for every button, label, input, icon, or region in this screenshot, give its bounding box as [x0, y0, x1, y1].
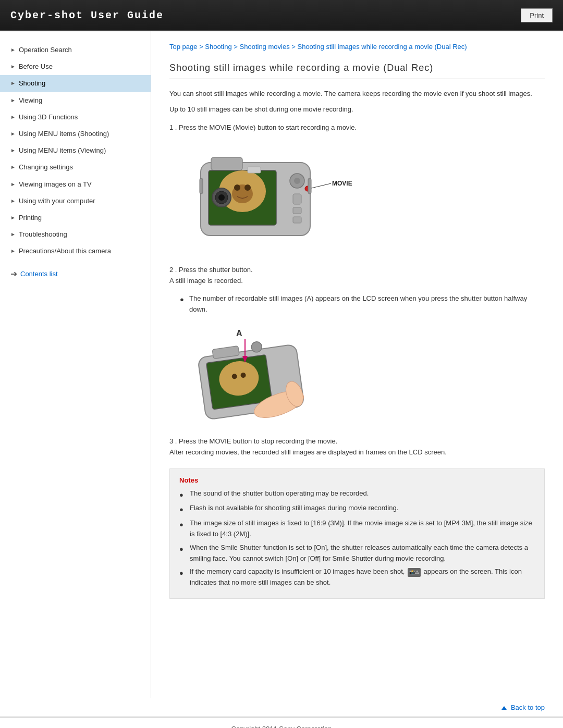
sidebar-item-label: Changing settings — [19, 163, 73, 172]
arrow-icon: ► — [10, 198, 16, 205]
header: Cyber-shot User Guide Print — [0, 0, 563, 31]
svg-rect-22 — [248, 167, 261, 173]
step-2-text: 2 . Press the shutter button. — [169, 266, 253, 274]
note-bullet-3: ● — [179, 520, 187, 530]
step-2-sub: A still image is recorded. — [169, 277, 243, 285]
note-bullet-4: ● — [179, 544, 187, 555]
arrow-icon: ► — [10, 214, 16, 221]
note-text-1: The sound of the shutter button operatin… — [190, 488, 369, 499]
svg-point-7 — [234, 184, 240, 191]
page-title: Shooting still images while recording a … — [169, 63, 545, 79]
svg-rect-13 — [293, 217, 301, 223]
footer: Copyright 2011 Sony Corporation — [0, 717, 563, 728]
bullet-text: The number of recordable still images (A… — [189, 293, 545, 315]
sidebar-item-troubleshooting[interactable]: ► Troubleshooting — [0, 226, 151, 243]
note-bullet-2: ● — [179, 504, 187, 515]
sidebar-item-label: Precautions/About this camera — [19, 246, 111, 256]
step-1-text: 1 . Press the MOVIE (Movie) button to st… — [169, 124, 357, 131]
sidebar-item-operation-search[interactable]: ► Operation Search — [0, 42, 151, 58]
camera-diagram-1: MOVIE — [185, 142, 352, 256]
breadcrumb-sep1: > — [199, 43, 205, 51]
note-item-5: ● If the memory card capacity is insuffi… — [179, 566, 535, 588]
sidebar-item-label: Printing — [19, 213, 42, 223]
back-to-top-link[interactable]: Back to top — [501, 704, 545, 711]
sidebar-item-label: Shooting — [19, 79, 45, 88]
print-button[interactable]: Print — [521, 8, 553, 22]
camera-image-1: MOVIE — [185, 142, 545, 256]
sidebar-item-viewing[interactable]: ► Viewing — [0, 92, 151, 109]
sidebar-item-label: Before Use — [19, 62, 53, 71]
memory-icon: 📸⚠ — [408, 568, 421, 576]
sidebar-item-precautions[interactable]: ► Precautions/About this camera — [0, 243, 151, 260]
svg-rect-20 — [200, 178, 203, 194]
breadcrumb-shooting[interactable]: Shooting — [205, 43, 231, 51]
sidebar-item-viewing-tv[interactable]: ► Viewing images on a TV — [0, 176, 151, 193]
contents-list-label: Contents list — [20, 270, 58, 278]
main-container: ► Operation Search ► Before Use ► Shooti… — [0, 31, 563, 698]
sidebar-item-using-computer[interactable]: ► Using with your computer — [0, 193, 151, 209]
sidebar-item-3d-functions[interactable]: ► Using 3D Functions — [0, 109, 151, 126]
svg-text:A: A — [236, 329, 242, 338]
svg-point-10 — [294, 178, 300, 184]
sidebar-item-label: Using with your computer — [19, 196, 95, 206]
back-to-top-text: Back to top — [511, 704, 545, 711]
step-2: 2 . Press the shutter button. A still im… — [169, 265, 545, 287]
arrow-icon: ► — [10, 164, 16, 171]
camera-image-2: A — [185, 324, 545, 428]
note-text-5: If the memory card capacity is insuffici… — [190, 566, 535, 588]
step-2-bullet: ● The number of recordable still images … — [180, 293, 545, 315]
bullet-icon: ● — [180, 294, 186, 305]
arrow-icon: ► — [10, 147, 16, 154]
sidebar-item-menu-shooting[interactable]: ► Using MENU items (Shooting) — [0, 126, 151, 142]
step-3-text: 3 . Press the MOVIE button to stop recor… — [169, 437, 337, 445]
arrow-icon: ► — [10, 248, 16, 255]
notes-box: Notes ● The sound of the shutter button … — [169, 468, 545, 599]
arrow-icon: ► — [10, 130, 16, 138]
note-item-2: ● Flash is not available for shooting st… — [179, 503, 535, 515]
notes-title: Notes — [179, 476, 535, 484]
sidebar-item-shooting[interactable]: ► Shooting — [0, 75, 151, 92]
back-to-top-container: Back to top — [0, 698, 563, 717]
note-text-4: When the Smile Shutter function is set t… — [190, 542, 535, 564]
breadcrumb-current[interactable]: Shooting still images while recording a … — [297, 43, 467, 51]
sidebar-item-menu-viewing[interactable]: ► Using MENU items (Viewing) — [0, 142, 151, 159]
breadcrumb: Top page > Shooting > Shooting movies > … — [169, 42, 545, 52]
arrow-icon: ► — [10, 114, 16, 121]
intro-text-2: Up to 10 still images can be shot during… — [169, 104, 545, 115]
contents-list-link[interactable]: ➔ Contents list — [0, 264, 151, 284]
note-item-3: ● The image size of still images is fixe… — [179, 518, 535, 540]
svg-rect-21 — [308, 178, 311, 194]
breadcrumb-sep3: > — [291, 43, 297, 51]
svg-rect-1 — [211, 157, 242, 170]
svg-point-8 — [244, 184, 251, 191]
svg-text:MOVIE: MOVIE — [332, 180, 352, 187]
breadcrumb-top[interactable]: Top page — [169, 43, 198, 51]
arrow-icon: ► — [10, 97, 16, 104]
svg-rect-12 — [293, 207, 301, 214]
triangle-up-icon — [501, 706, 507, 710]
sidebar-item-label: Viewing — [19, 96, 42, 105]
breadcrumb-shooting-movies[interactable]: Shooting movies — [240, 43, 290, 51]
svg-point-19 — [218, 194, 225, 201]
note-item-1: ● The sound of the shutter button operat… — [179, 488, 535, 501]
copyright-text: Copyright 2011 Sony Corporation — [231, 725, 332, 728]
sidebar-item-label: Operation Search — [19, 45, 72, 55]
note-bullet-1: ● — [179, 490, 187, 501]
svg-rect-11 — [293, 194, 301, 204]
arrow-icon: ► — [10, 63, 16, 70]
note-bullet-5: ● — [179, 568, 187, 579]
sidebar-item-before-use[interactable]: ► Before Use — [0, 58, 151, 75]
note-text-2: Flash is not available for shooting stil… — [190, 503, 398, 514]
sidebar-item-label: Using MENU items (Viewing) — [19, 146, 106, 155]
sidebar-item-printing[interactable]: ► Printing — [0, 209, 151, 226]
breadcrumb-sep2: > — [234, 43, 239, 51]
sidebar-item-changing-settings[interactable]: ► Changing settings — [0, 159, 151, 176]
app-title: Cyber-shot User Guide — [10, 9, 164, 21]
sidebar-item-label: Using 3D Functions — [19, 113, 78, 122]
content-area: Top page > Shooting > Shooting movies > … — [151, 31, 563, 698]
sidebar-item-label: Viewing images on a TV — [19, 180, 92, 189]
note-text-3: The image size of still images is fixed … — [190, 518, 535, 540]
camera-diagram-2: A — [185, 324, 331, 428]
svg-line-15 — [309, 183, 331, 189]
arrow-icon: ► — [10, 181, 16, 188]
